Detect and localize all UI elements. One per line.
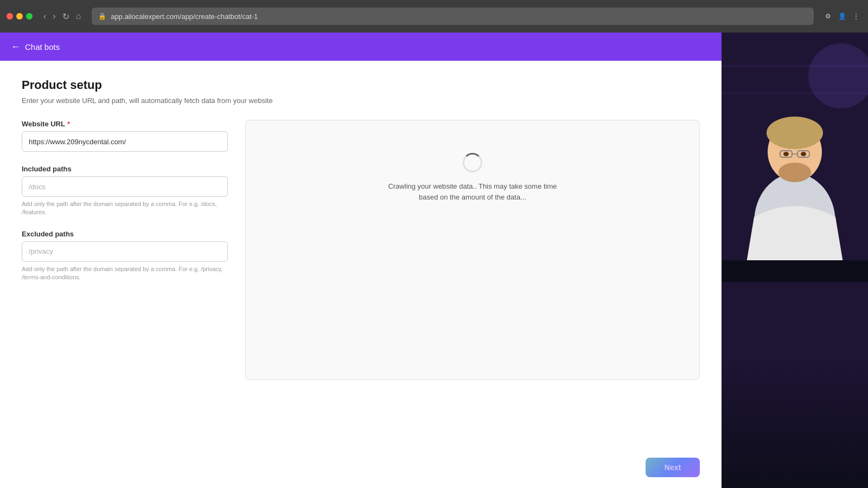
person-silhouette <box>722 33 868 488</box>
page-title: Product setup <box>22 78 700 92</box>
loading-area: Crawling your website data.. This may ta… <box>380 153 565 202</box>
url-display: app.ailocalexpert.com/app/create-chatbot… <box>111 12 807 21</box>
included-paths-group: Included paths Add only the path after t… <box>22 165 228 217</box>
included-paths-hint: Add only the path after the domain separ… <box>22 200 228 217</box>
included-paths-input[interactable] <box>22 176 228 197</box>
window-close-button[interactable] <box>7 13 13 20</box>
app-area: ← Chat bots Product setup Enter your web… <box>0 33 722 488</box>
website-url-group: Website URL * <box>22 120 228 152</box>
page-subtitle: Enter your website URL and path, will au… <box>22 97 700 105</box>
home-button[interactable]: ⌂ <box>74 10 84 23</box>
reload-button[interactable]: ↻ <box>60 10 72 23</box>
address-bar[interactable]: 🔒 app.ailocalexpert.com/app/create-chatb… <box>92 8 814 25</box>
app-content: Product setup Enter your website URL and… <box>0 61 722 488</box>
svg-point-12 <box>778 163 811 182</box>
browser-toolbar-icons: ⚙ 👤 ⋮ <box>822 11 861 22</box>
svg-point-11 <box>801 152 806 156</box>
back-arrow-icon: ← <box>11 41 21 53</box>
forward-nav-button[interactable]: › <box>50 10 58 23</box>
included-paths-label: Included paths <box>22 165 228 173</box>
video-feed <box>722 33 868 488</box>
bottom-action-area: Next <box>646 458 700 477</box>
window-minimize-button[interactable] <box>16 13 23 20</box>
crawling-status-text: Crawling your website data.. This may ta… <box>380 181 565 202</box>
app-header: ← Chat bots <box>0 33 722 61</box>
form-section: Website URL * Included paths Add only th… <box>22 120 700 380</box>
browser-chrome: ‹ › ↻ ⌂ 🔒 app.ailocalexpert.com/app/crea… <box>0 0 868 33</box>
extensions-icon[interactable]: ⚙ <box>822 11 833 22</box>
lock-icon: 🔒 <box>98 12 106 20</box>
required-mark: * <box>67 120 70 128</box>
profile-icon[interactable]: 👤 <box>837 11 847 22</box>
nav-arrows: ‹ › ↻ ⌂ <box>41 10 83 23</box>
main-layout: ← Chat bots Product setup Enter your web… <box>0 33 868 488</box>
next-button[interactable]: Next <box>646 458 700 477</box>
menu-icon[interactable]: ⋮ <box>851 11 861 22</box>
excluded-paths-input[interactable] <box>22 241 228 262</box>
back-link[interactable]: ← Chat bots <box>11 41 60 53</box>
excluded-paths-group: Excluded paths Add only the path after t… <box>22 230 228 282</box>
excluded-paths-hint: Add only the path after the domain separ… <box>22 265 228 282</box>
svg-rect-15 <box>722 260 868 282</box>
crawling-panel: Crawling your website data.. This may ta… <box>245 120 700 380</box>
video-overlay <box>722 33 868 488</box>
back-nav-button[interactable]: ‹ <box>41 10 48 23</box>
window-maximize-button[interactable] <box>26 13 33 20</box>
svg-point-6 <box>767 117 823 149</box>
excluded-paths-label: Excluded paths <box>22 230 228 238</box>
website-url-input[interactable] <box>22 131 228 152</box>
form-left: Website URL * Included paths Add only th… <box>22 120 228 380</box>
person-svg <box>722 33 868 282</box>
back-link-label: Chat bots <box>25 42 60 52</box>
window-controls <box>7 13 33 20</box>
loading-spinner <box>463 153 482 172</box>
website-url-label: Website URL * <box>22 120 228 128</box>
video-bg-gradient <box>722 351 868 488</box>
svg-point-10 <box>783 152 789 156</box>
